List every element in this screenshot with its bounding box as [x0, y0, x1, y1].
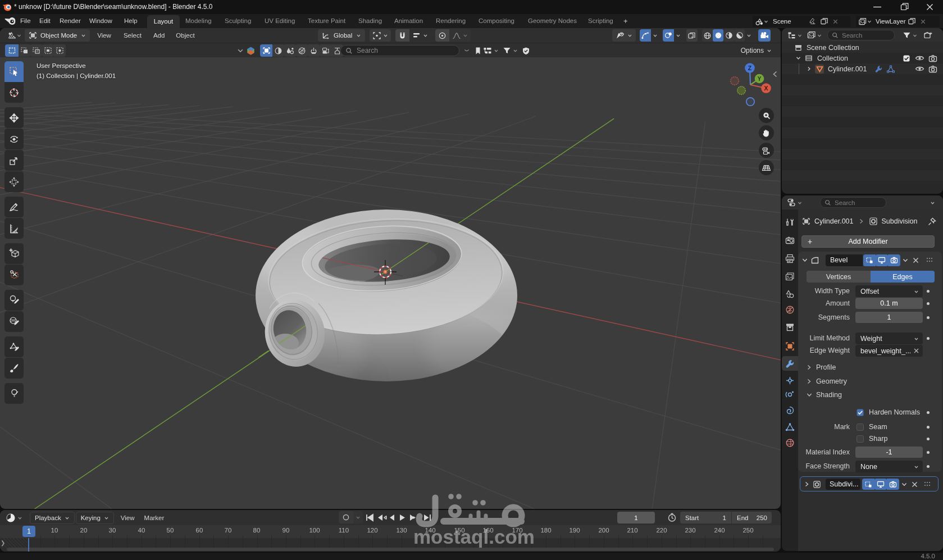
svg-text:Y: Y	[758, 76, 762, 82]
svg-text:X: X	[764, 85, 768, 92]
svg-text:mostaql.com: mostaql.com	[413, 526, 535, 548]
svg-text:Z: Z	[748, 65, 752, 71]
